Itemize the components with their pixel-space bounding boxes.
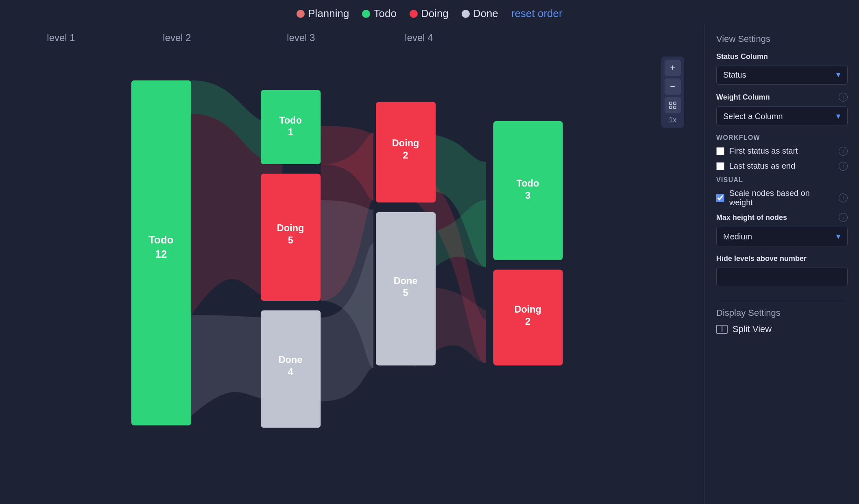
level-1-header: level 1 (16, 32, 106, 43)
done-label: Done (473, 7, 498, 20)
last-status-info-icon[interactable]: i (839, 162, 848, 171)
first-status-row: First status as start i (716, 146, 848, 156)
node-l3-done-label: Done (394, 276, 418, 286)
svg-rect-2 (669, 106, 672, 109)
main-layout: level 1 level 2 level 3 level 4 (0, 24, 859, 504)
node-l4-doing-count: 2 (525, 316, 530, 327)
fit-icon (669, 102, 676, 109)
node-l2-todo-count: 1 (288, 127, 293, 137)
max-height-select[interactable]: Small Medium Large (716, 227, 848, 246)
max-height-header: Max height of nodes i (716, 213, 848, 222)
level-4-header: level 4 (378, 32, 460, 43)
workflow-section-header: WORKFLOW (716, 134, 848, 141)
visual-label: VISUAL (716, 176, 743, 184)
split-view-row: Split View (716, 324, 848, 335)
legend-doing: Doing (410, 7, 449, 20)
split-view-label: Split View (733, 324, 772, 335)
status-column-select[interactable]: Status (716, 65, 848, 85)
node-l4-doing-label: Doing (514, 304, 541, 315)
sankey-diagram: Todo 12 Todo 1 Doing 5 Done 4 Doing 2 Do… (16, 52, 692, 483)
level-3-header: level 3 (248, 32, 354, 43)
max-height-info-icon[interactable]: i (839, 213, 848, 222)
split-view-icon (716, 325, 728, 334)
max-height-wrapper: Small Medium Large ▼ (716, 227, 848, 246)
node-l3-doing-count: 2 (403, 150, 408, 161)
max-height-label: Max height of nodes (716, 213, 787, 222)
node-l4-todo-count: 3 (525, 190, 530, 201)
fit-screen-button[interactable] (665, 97, 681, 113)
hide-levels-label: Hide levels above number (716, 254, 848, 263)
display-settings-title: Display Settings (716, 308, 848, 318)
planning-label: Planning (308, 7, 349, 20)
weight-column-header: Weight Column i (716, 93, 848, 102)
node-l3-done-count: 5 (403, 287, 408, 298)
doing-dot (410, 10, 418, 18)
hide-levels-input[interactable] (716, 267, 848, 286)
weight-column-label: Weight Column (716, 93, 770, 102)
first-status-checkbox[interactable] (716, 147, 724, 155)
node-l2-todo-label: Todo (279, 115, 302, 126)
status-column-label: Status Column (716, 52, 848, 61)
zoom-in-button[interactable]: + (665, 60, 681, 76)
last-status-checkbox[interactable] (716, 162, 724, 170)
node-l1-todo-label: Todo (148, 234, 173, 245)
sankey-area: level 1 level 2 level 3 level 4 (0, 24, 704, 504)
node-l4-todo-label: Todo (517, 178, 539, 189)
workflow-label: WORKFLOW (716, 134, 760, 141)
todo-dot (362, 10, 370, 18)
settings-panel: View Settings Status Column Status ▼ Wei… (704, 24, 859, 504)
svg-rect-0 (669, 102, 672, 104)
planning-dot (297, 10, 305, 18)
node-l2-doing-label: Doing (277, 223, 304, 233)
status-column-wrapper: Status ▼ (716, 65, 848, 85)
legend-planning: Planning (297, 7, 349, 20)
first-status-label[interactable]: First status as start (716, 146, 834, 156)
zoom-out-button[interactable]: − (665, 78, 681, 95)
node-l2-doing-count: 5 (288, 235, 293, 245)
level-headers: level 1 level 2 level 3 level 4 (16, 32, 692, 43)
first-status-info-icon[interactable]: i (839, 147, 848, 156)
todo-label: Todo (373, 7, 396, 20)
node-l2-done-label: Done (279, 354, 303, 365)
scale-nodes-row: Scale nodes based on weight i (716, 189, 848, 207)
zoom-level-label: 1x (669, 116, 676, 124)
legend-todo: Todo (362, 7, 396, 20)
node-l1-todo-count: 12 (155, 248, 167, 260)
weight-column-info-icon[interactable]: i (839, 93, 848, 102)
zoom-controls: + − 1x (661, 56, 684, 128)
legend-bar: Planning Todo Doing Done reset order (0, 0, 859, 24)
node-l2-done-count: 4 (288, 367, 293, 377)
done-dot (462, 10, 470, 18)
level-2-header: level 2 (122, 32, 232, 43)
settings-title: View Settings (716, 34, 848, 44)
visual-section-header: VISUAL (716, 176, 848, 184)
section-divider (716, 301, 848, 301)
scale-nodes-checkbox[interactable] (716, 194, 724, 202)
svg-rect-3 (674, 106, 676, 109)
legend-done: Done (462, 7, 498, 20)
node-l3-doing-label: Doing (392, 138, 419, 148)
scale-nodes-label[interactable]: Scale nodes based on weight (716, 189, 834, 207)
weight-column-select[interactable]: Select a Column (716, 106, 848, 126)
doing-label: Doing (421, 7, 449, 20)
last-status-label[interactable]: Last status as end (716, 161, 834, 171)
svg-rect-1 (674, 102, 676, 104)
weight-column-wrapper: Select a Column ▼ (716, 106, 848, 126)
last-status-row: Last status as end i (716, 161, 848, 171)
reset-order-button[interactable]: reset order (511, 7, 562, 20)
scale-nodes-info-icon[interactable]: i (839, 193, 848, 202)
